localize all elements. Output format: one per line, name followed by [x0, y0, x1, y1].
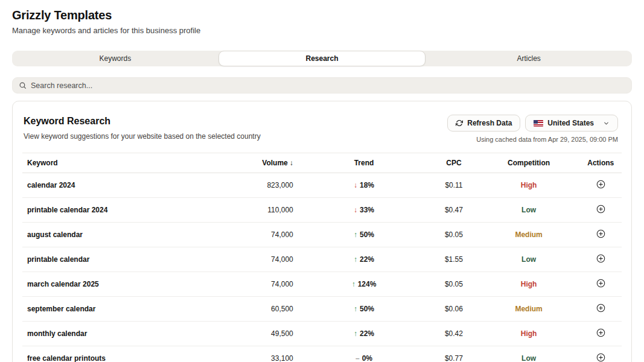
- trend-cell: ↑50%: [298, 223, 430, 247]
- circle-plus-icon: [596, 305, 605, 314]
- competition-cell: High: [478, 272, 580, 297]
- circle-plus-icon: [596, 330, 605, 339]
- panel-header-text: Keyword Research View keyword suggestion…: [24, 115, 261, 141]
- trend-cell: –0%: [298, 346, 430, 362]
- column-header-volume[interactable]: Volume↓: [250, 153, 298, 173]
- trend-value: 50%: [360, 305, 374, 313]
- table-row: august calendar 74,000 ↑50% $0.05 Medium: [22, 223, 622, 247]
- add-keyword-button[interactable]: [596, 328, 605, 337]
- page-title: Grizzly Templates: [12, 8, 632, 22]
- add-keyword-button[interactable]: [596, 353, 605, 362]
- table-row: free calendar printouts 33,100 –0% $0.77…: [22, 346, 622, 362]
- search-bar[interactable]: [12, 77, 632, 94]
- keyword-table: Keyword Volume↓ Trend CPC Competition Ac…: [22, 153, 622, 362]
- trend-direction-icon: ↑: [354, 329, 357, 338]
- cpc-cell: $0.11: [430, 173, 477, 198]
- trend-direction-icon: ↑: [354, 230, 357, 239]
- circle-plus-icon: [596, 256, 605, 265]
- cpc-cell: $1.55: [430, 247, 477, 272]
- competition-cell: High: [478, 173, 580, 198]
- competition-cell: Medium: [478, 297, 580, 322]
- add-keyword-button[interactable]: [596, 303, 605, 313]
- column-header-trend[interactable]: Trend: [298, 153, 430, 173]
- column-header-cpc[interactable]: CPC: [430, 153, 477, 173]
- table-row: march calendar 2025 74,000 ↑124% $0.05 H…: [22, 272, 622, 297]
- circle-plus-icon: [596, 281, 605, 290]
- trend-value: 22%: [360, 255, 374, 264]
- chevron-down-icon: [603, 120, 610, 127]
- trend-direction-icon: ↑: [354, 305, 357, 313]
- keyword-research-panel: Keyword Research View keyword suggestion…: [12, 101, 632, 362]
- keyword-cell: calendar 2024: [22, 173, 250, 198]
- refresh-icon: [456, 119, 463, 127]
- page-subtitle: Manage keywords and articles for this bu…: [12, 26, 632, 35]
- competition-cell: High: [478, 322, 580, 346]
- table-row: printable calendar 74,000 ↑22% $1.55 Low: [22, 247, 622, 272]
- trend-value: 50%: [360, 230, 374, 239]
- tab-keywords[interactable]: Keywords: [12, 51, 218, 66]
- trend-value: 22%: [360, 329, 374, 338]
- table-header-row: Keyword Volume↓ Trend CPC Competition Ac…: [22, 153, 622, 173]
- add-keyword-button[interactable]: [596, 205, 605, 214]
- table-row: calendar 2024 823,000 ↓18% $0.11 High: [22, 173, 622, 198]
- add-keyword-button[interactable]: [596, 279, 605, 288]
- sort-desc-icon: ↓: [290, 159, 293, 167]
- trend-cell: ↓18%: [298, 173, 430, 198]
- cpc-cell: $0.05: [430, 272, 477, 297]
- competition-cell: Low: [478, 198, 580, 223]
- trend-value: 18%: [360, 181, 374, 189]
- keyword-table-body: calendar 2024 823,000 ↓18% $0.11 High pr…: [22, 173, 622, 362]
- tab-articles[interactable]: Articles: [426, 51, 632, 66]
- tab-research[interactable]: Research: [218, 51, 426, 66]
- cpc-cell: $0.77: [430, 346, 477, 362]
- cpc-cell: $0.06: [430, 297, 477, 322]
- keyword-cell: printable calendar 2024: [22, 198, 250, 223]
- volume-cell: 110,000: [250, 198, 298, 223]
- trend-direction-icon: ↑: [352, 280, 355, 288]
- refresh-data-button[interactable]: Refresh Data: [447, 115, 520, 132]
- table-row: monthly calendar 49,500 ↑22% $0.42 High: [22, 322, 622, 346]
- column-header-actions: Actions: [579, 153, 622, 173]
- search-input[interactable]: [31, 81, 625, 90]
- refresh-button-label: Refresh Data: [467, 119, 512, 127]
- table-row: september calendar 60,500 ↑50% $0.06 Med…: [22, 297, 622, 322]
- add-keyword-button[interactable]: [596, 254, 605, 263]
- competition-cell: Medium: [478, 223, 580, 247]
- trend-direction-icon: ↑: [354, 255, 357, 264]
- volume-cell: 823,000: [250, 173, 298, 198]
- trend-value: 33%: [360, 206, 374, 214]
- panel-header: Keyword Research View keyword suggestion…: [22, 115, 622, 143]
- volume-cell: 74,000: [250, 272, 298, 297]
- search-icon: [19, 81, 27, 89]
- trend-direction-icon: –: [355, 354, 360, 362]
- column-header-competition[interactable]: Competition: [478, 153, 580, 173]
- panel-title: Keyword Research: [24, 116, 261, 127]
- panel-header-actions: Refresh Data United States Using cached …: [447, 115, 618, 143]
- cpc-cell: $0.05: [430, 223, 477, 247]
- volume-cell: 49,500: [250, 322, 298, 346]
- cpc-cell: $0.42: [430, 322, 477, 346]
- cache-note: Using cached data from Apr 29, 2025, 09:…: [476, 136, 618, 143]
- add-keyword-button[interactable]: [596, 229, 605, 238]
- keyword-cell: monthly calendar: [22, 322, 250, 346]
- add-keyword-button[interactable]: [596, 180, 605, 189]
- competition-cell: Low: [478, 346, 580, 362]
- keyword-cell: august calendar: [22, 223, 250, 247]
- country-select[interactable]: United States: [525, 115, 618, 132]
- trend-cell: ↓33%: [298, 198, 430, 223]
- column-header-keyword[interactable]: Keyword: [22, 153, 250, 173]
- table-row: printable calendar 2024 110,000 ↓33% $0.…: [22, 198, 622, 223]
- volume-cell: 60,500: [250, 297, 298, 322]
- volume-cell: 33,100: [250, 346, 298, 362]
- trend-cell: ↑22%: [298, 247, 430, 272]
- cpc-cell: $0.47: [430, 198, 477, 223]
- keyword-cell: september calendar: [22, 297, 250, 322]
- trend-value: 0%: [362, 354, 372, 362]
- country-select-value: United States: [547, 119, 594, 127]
- trend-cell: ↑50%: [298, 297, 430, 322]
- circle-plus-icon: [596, 355, 605, 362]
- trend-direction-icon: ↓: [354, 206, 357, 214]
- trend-direction-icon: ↓: [354, 181, 357, 189]
- trend-cell: ↑124%: [298, 272, 430, 297]
- circle-plus-icon: [596, 206, 605, 215]
